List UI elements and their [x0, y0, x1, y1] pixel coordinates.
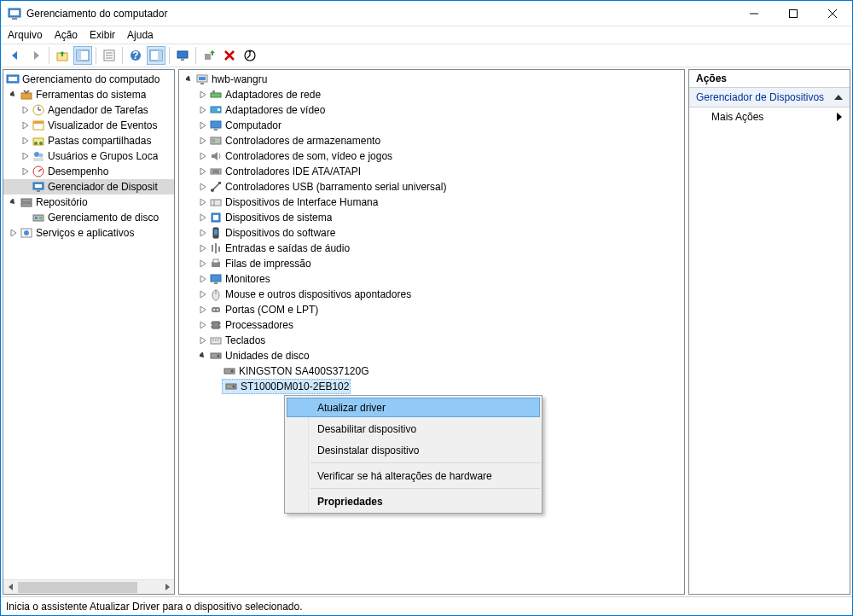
expand-caret-icon[interactable]: [198, 90, 208, 100]
update-driver-button[interactable]: [200, 46, 218, 65]
tree-services-apps[interactable]: Serviços e aplicativos: [3, 225, 174, 241]
cat-display-adapters[interactable]: Adaptadores de vídeo: [181, 102, 684, 118]
up-level-button[interactable]: [53, 46, 72, 65]
cat-ports[interactable]: Portas (COM e LPT): [181, 302, 684, 317]
expand-caret-icon[interactable]: [198, 136, 208, 146]
expand-caret-icon[interactable]: [198, 243, 208, 253]
uninstall-device-button[interactable]: [220, 46, 239, 65]
cat-hid[interactable]: Dispositivos de Interface Humana: [181, 195, 684, 210]
device-tree[interactable]: hwb-wangru Adaptadores de rede Adaptador…: [179, 70, 684, 594]
collapse-caret-icon[interactable]: [9, 90, 19, 100]
svg-rect-31: [33, 121, 44, 124]
scroll-thumb[interactable]: [18, 582, 137, 593]
cat-storage-controllers[interactable]: Controladores de armazenamento: [181, 133, 684, 148]
collapse-caret-icon[interactable]: [184, 74, 194, 84]
expand-caret-icon[interactable]: [198, 105, 208, 115]
cat-monitors[interactable]: Monitores: [181, 271, 684, 287]
tree-local-users-groups[interactable]: Usuários e Grupos Loca: [3, 148, 174, 164]
disk-kingston[interactable]: KINGSTON SA400S37120G: [181, 363, 684, 379]
cat-software-devices[interactable]: Dispositivos do software: [181, 225, 684, 241]
menu-view[interactable]: Exibir: [90, 29, 115, 41]
hdd-icon: [224, 380, 238, 393]
cat-sound-controllers[interactable]: Controladores de som, vídeo e jogos: [181, 148, 684, 164]
tree-shared-folders[interactable]: Pastas compartilhadas: [3, 133, 174, 148]
minimize-button[interactable]: [734, 1, 774, 26]
svg-rect-57: [211, 121, 221, 128]
cat-network-adapters[interactable]: Adaptadores de rede: [181, 87, 684, 102]
expand-caret-icon[interactable]: [198, 335, 208, 346]
expand-caret-icon[interactable]: [20, 105, 31, 115]
show-hide-tree-button[interactable]: [73, 46, 92, 65]
tree-event-viewer[interactable]: Visualizador de Eventos: [3, 118, 174, 133]
tree-task-scheduler[interactable]: Agendador de Tarefas: [3, 102, 174, 118]
expand-caret-icon[interactable]: [9, 228, 19, 238]
expand-caret-icon[interactable]: [198, 197, 208, 207]
expand-caret-icon[interactable]: [20, 136, 31, 146]
scroll-left-button[interactable]: [3, 580, 18, 595]
help-button[interactable]: ?: [126, 46, 145, 65]
show-hide-actions-button[interactable]: [147, 46, 165, 65]
ctx-scan-hardware[interactable]: Verificar se há alterações de hardware: [287, 466, 540, 485]
back-button[interactable]: [6, 46, 25, 65]
maximize-button[interactable]: [774, 1, 813, 26]
menu-file[interactable]: Arquivo: [8, 29, 43, 41]
expand-caret-icon[interactable]: [198, 320, 208, 330]
svg-rect-59: [211, 137, 221, 144]
monitor-icon-button[interactable]: [173, 46, 192, 65]
close-button[interactable]: [813, 1, 852, 26]
expand-caret-icon[interactable]: [20, 120, 31, 131]
tree-storage[interactable]: Repositório: [3, 195, 174, 210]
computer-node-icon: [209, 119, 223, 132]
disk-st1000[interactable]: ST1000DM010-2EB102: [181, 379, 684, 394]
console-tree[interactable]: Gerenciamento do computado Ferramentas d…: [3, 70, 174, 579]
tree-disk-management[interactable]: Gerenciamento de disco: [3, 210, 174, 225]
cat-mouse[interactable]: Mouse e outros dispositivos apontadores: [181, 287, 684, 302]
cat-audio-io[interactable]: Entradas e saídas de áudio: [181, 241, 684, 256]
network-adapter-icon: [209, 88, 223, 102]
cat-computer[interactable]: Computador: [181, 118, 684, 133]
expand-caret-icon[interactable]: [198, 289, 208, 299]
expand-caret-icon[interactable]: [198, 212, 208, 223]
expand-caret-icon[interactable]: [198, 305, 208, 315]
ctx-uninstall-device[interactable]: Desinstalar dispositivo: [287, 440, 540, 460]
tree-root-computer-management[interactable]: Gerenciamento do computado: [3, 72, 174, 87]
collapse-caret-icon[interactable]: [9, 197, 19, 207]
expand-caret-icon[interactable]: [198, 151, 208, 161]
scroll-right-button[interactable]: [160, 580, 174, 595]
forward-button[interactable]: [26, 46, 45, 65]
cat-usb-controllers[interactable]: Controladores USB (barramento serial uni…: [181, 179, 684, 195]
tree-device-manager[interactable]: Gerenciador de Disposit: [3, 179, 174, 195]
menu-help[interactable]: Ajuda: [127, 29, 154, 41]
ctx-disable-device[interactable]: Desabilitar dispositivo: [287, 419, 540, 439]
cat-keyboards[interactable]: Teclados: [181, 333, 684, 348]
tree-performance[interactable]: Desempenho: [3, 164, 174, 179]
device-label: Monitores: [225, 273, 270, 285]
properties-button[interactable]: [100, 46, 119, 65]
expand-caret-icon[interactable]: [198, 259, 208, 269]
expand-caret-icon[interactable]: [20, 166, 31, 177]
expand-caret-icon[interactable]: [198, 182, 208, 192]
device-label: Adaptadores de rede: [225, 89, 321, 101]
cat-disk-drives[interactable]: Unidades de disco: [181, 348, 684, 363]
collapse-caret-icon[interactable]: [198, 351, 208, 361]
expand-caret-icon[interactable]: [198, 166, 208, 177]
device-host[interactable]: hwb-wangru: [181, 72, 684, 87]
actions-more-actions[interactable]: Mais Ações: [689, 108, 850, 126]
expand-caret-icon[interactable]: [198, 274, 208, 284]
hdd-icon: [223, 364, 236, 378]
ctx-properties[interactable]: Propriedades: [287, 491, 540, 511]
tree-system-tools[interactable]: Ferramentas do sistema: [3, 87, 174, 102]
menu-action[interactable]: Ação: [55, 29, 78, 41]
ctx-update-driver[interactable]: Atualizar driver: [287, 398, 540, 417]
scan-hardware-button[interactable]: [241, 46, 259, 65]
expand-caret-icon[interactable]: [198, 120, 208, 131]
cat-print-queues[interactable]: Filas de impressão: [181, 256, 684, 271]
expand-caret-icon[interactable]: [198, 228, 208, 238]
actions-section-device-manager[interactable]: Gerenciador de Dispositivos: [689, 88, 850, 108]
cat-processors[interactable]: Processadores: [181, 317, 684, 333]
scroll-track[interactable]: [18, 580, 160, 595]
expand-caret-icon[interactable]: [20, 151, 31, 161]
cat-system-devices[interactable]: Dispositivos de sistema: [181, 210, 684, 225]
cat-ide-controllers[interactable]: Controladores IDE ATA/ATAPI: [181, 164, 684, 179]
horizontal-scrollbar[interactable]: [3, 579, 174, 594]
